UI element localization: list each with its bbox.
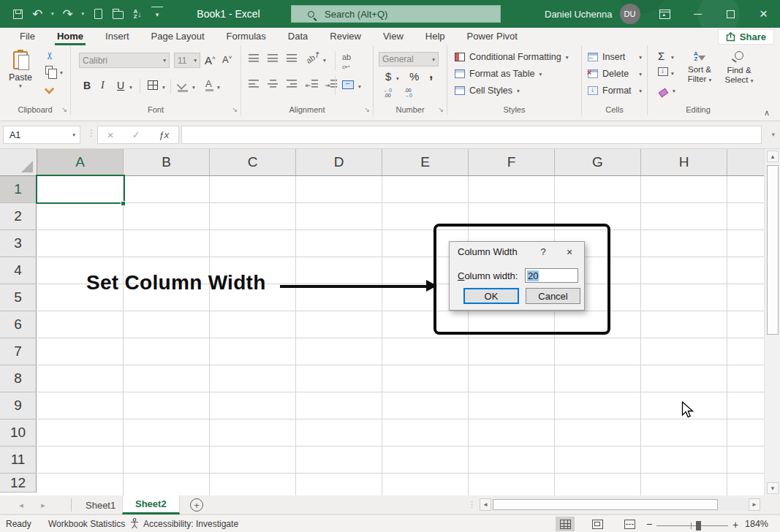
row-header-8[interactable]: 8 (0, 365, 37, 392)
row-header-11[interactable]: 11 (0, 446, 37, 474)
customize-toolbar-icon[interactable]: ▾ (151, 7, 163, 21)
fill-handle[interactable] (121, 201, 126, 206)
decrease-indent-icon[interactable]: ⇤ (306, 80, 318, 90)
minimize-button[interactable] (681, 0, 714, 28)
column-width-input[interactable]: 20 (525, 268, 578, 283)
format-painter-icon[interactable] (45, 85, 53, 95)
font-size-combo[interactable]: 11▾ (174, 53, 200, 68)
sheet-nav-right-icon[interactable]: ▸ (32, 501, 54, 510)
font-size-dropdown-icon[interactable]: ▾ (194, 57, 197, 64)
align-center-icon[interactable] (268, 80, 278, 90)
accessibility-status[interactable]: Accessibility: Investigate (143, 519, 238, 529)
sheet-tab-sheet2[interactable]: Sheet2 (122, 495, 180, 514)
column-header-partial[interactable] (727, 149, 764, 175)
undo-icon[interactable]: ↶ (31, 7, 43, 21)
new-sheet-icon[interactable]: + (190, 498, 203, 512)
formula-input[interactable] (181, 126, 762, 144)
font-dialog-launcher-icon[interactable]: ↘ (232, 106, 238, 113)
cut-icon[interactable]: ✂ (44, 51, 56, 60)
row-header-9[interactable]: 9 (0, 392, 37, 419)
zoom-level[interactable]: 184% (745, 519, 768, 529)
grow-font-button[interactable]: A˄ (205, 54, 216, 66)
dialog-close-icon[interactable]: × (555, 246, 584, 258)
align-right-icon[interactable] (287, 80, 297, 90)
cancel-button[interactable]: Cancel (526, 288, 580, 304)
search-box[interactable] (291, 5, 501, 23)
zoom-in-icon[interactable]: + (732, 519, 738, 531)
insert-cells-button[interactable]: Insert▾ (588, 52, 642, 62)
tab-power-pivot[interactable]: Power Pivot (456, 28, 529, 45)
bottom-align-icon[interactable] (287, 54, 297, 64)
row-header-5[interactable]: 5 (0, 284, 37, 311)
row-header-12[interactable]: 12 (0, 474, 37, 493)
row-header-7[interactable]: 7 (0, 338, 37, 365)
row-header-6[interactable]: 6 (0, 311, 37, 338)
autosum-icon[interactable]: Σ (658, 50, 664, 62)
page-break-view-icon[interactable] (620, 517, 639, 531)
name-box-dropdown-icon[interactable]: ▾ (72, 132, 80, 138)
tab-data[interactable]: Data (277, 28, 319, 45)
sheet-nav-left-icon[interactable]: ◂ (10, 501, 32, 510)
fill-color-dropdown-icon[interactable]: ▾ (192, 84, 195, 91)
column-header-g[interactable]: G (555, 149, 641, 175)
normal-view-icon[interactable] (556, 517, 575, 531)
accounting-dropdown-icon[interactable]: ▾ (396, 75, 399, 82)
select-all-corner[interactable] (0, 149, 37, 176)
undo-dropdown-icon[interactable]: ▾ (51, 11, 54, 17)
row-header-10[interactable]: 10 (0, 419, 37, 446)
insert-function-icon[interactable]: ƒx (159, 129, 169, 140)
redo-dropdown-icon[interactable]: ▾ (82, 11, 85, 17)
merge-center-icon[interactable] (342, 80, 354, 91)
tab-view[interactable]: View (372, 28, 414, 45)
formula-bar-handle-icon[interactable]: ⋮ (87, 128, 96, 138)
orientation-dropdown-icon[interactable]: ▾ (323, 57, 326, 64)
column-header-h[interactable]: H (641, 149, 727, 175)
vertical-scroll-thumb[interactable] (767, 165, 779, 335)
sheetbar-handle-icon[interactable]: ⋮ (468, 500, 476, 509)
workbook-statistics-button[interactable]: Workbook Statistics (48, 519, 125, 529)
copy-dropdown-icon[interactable]: ▾ (60, 69, 63, 76)
collapse-ribbon-icon[interactable]: ∧ (764, 108, 770, 118)
align-left-icon[interactable] (249, 80, 259, 90)
enter-entry-icon[interactable]: ✓ (132, 129, 140, 140)
column-header-d[interactable]: D (296, 149, 382, 175)
column-header-e[interactable]: E (382, 149, 469, 175)
search-input[interactable] (325, 9, 485, 20)
expand-formula-bar-icon[interactable]: ▾ (771, 131, 775, 138)
bold-button[interactable]: B (83, 80, 91, 91)
font-name-combo[interactable]: Calibri▾ (79, 53, 170, 68)
wrap-text-icon[interactable]: abc↩ (342, 53, 351, 70)
account-area[interactable]: Daniel Uchenna DU (545, 0, 640, 28)
row-header-3[interactable]: 3 (0, 230, 37, 257)
accounting-format-icon[interactable]: $ (385, 70, 391, 83)
merge-center-dropdown-icon[interactable]: ▾ (358, 83, 361, 90)
column-header-f[interactable]: F (469, 149, 555, 175)
ok-button[interactable]: OK (463, 288, 519, 304)
decrease-decimal-icon[interactable]: .00→0 (404, 88, 412, 98)
sort-filter-button[interactable]: AZ Sort &Filter ▾ (680, 51, 719, 85)
sheet-tab-sheet1[interactable]: Sheet1 (73, 495, 128, 514)
percent-style-icon[interactable]: % (409, 70, 419, 83)
underline-button[interactable]: U (117, 80, 124, 91)
zoom-slider[interactable] (656, 525, 728, 526)
paste-dropdown-icon[interactable]: ▾ (9, 83, 32, 89)
middle-align-icon[interactable] (268, 54, 278, 64)
maximize-button[interactable] (714, 0, 747, 28)
vertical-scrollbar[interactable]: ▲ ▼ (764, 149, 780, 495)
comma-style-icon[interactable]: , (429, 66, 433, 82)
scroll-right-icon[interactable]: ► (749, 498, 760, 511)
ribbon-display-options-button[interactable] (648, 0, 681, 28)
column-header-a[interactable]: A (37, 149, 124, 175)
save-icon[interactable] (12, 7, 23, 21)
column-header-b[interactable]: B (124, 149, 210, 175)
number-dialog-launcher-icon[interactable]: ↘ (438, 106, 444, 113)
format-as-table-button[interactable]: Format as Table▾ (455, 69, 542, 79)
scroll-down-icon[interactable]: ▼ (767, 482, 779, 494)
alignment-dialog-launcher-icon[interactable]: ↘ (364, 106, 370, 113)
tab-help[interactable]: Help (414, 28, 456, 45)
zoom-slider-thumb[interactable] (696, 521, 701, 531)
paste-button[interactable]: Paste ▾ (9, 51, 32, 89)
tab-formulas[interactable]: Formulas (216, 28, 277, 45)
italic-button[interactable]: I (101, 80, 105, 91)
row-header-2[interactable]: 2 (0, 203, 37, 230)
